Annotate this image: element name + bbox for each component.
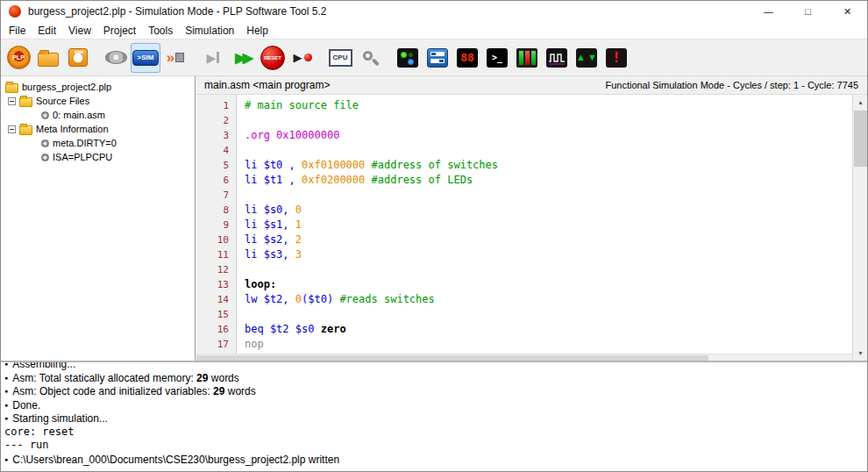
uart-terminal-icon: >_ (487, 48, 508, 68)
tree-main-asm[interactable]: 0: main.asm (1, 108, 195, 122)
editor-horizontal-scrollbar[interactable] (196, 354, 852, 361)
code-editor[interactable]: 1# main source file23.org 0x1000000045li… (196, 95, 852, 361)
code-line-12[interactable]: 12 (196, 262, 852, 277)
editor-vertical-scrollbar[interactable]: ▲ ▼ (852, 95, 867, 361)
gpio-arrows-icon: ▲▼ (576, 48, 597, 68)
editor-panel: main.asm <main program> Functional Simul… (196, 76, 867, 361)
menu-file[interactable]: File (3, 23, 32, 39)
line-number: 9 (196, 218, 236, 232)
led-bank-icon (516, 48, 537, 68)
run-button[interactable]: ▶▶ (228, 43, 258, 73)
scrollbar-thumb[interactable] (854, 111, 867, 167)
code-line-3[interactable]: 3.org 0x10000000 (196, 128, 852, 143)
output-console: ●Assembling...●Asm: Total statically all… (1, 361, 867, 471)
scroll-up-icon[interactable]: ▲ (853, 95, 868, 110)
interrupt-button[interactable]: ! (601, 43, 631, 73)
menu-help[interactable]: Help (240, 23, 274, 39)
line-number: 15 (196, 307, 236, 322)
code-line-15[interactable]: 15 (196, 307, 852, 322)
code-line-17[interactable]: 17nop (196, 337, 852, 352)
line-number: 3 (196, 128, 236, 143)
tree-source-files[interactable]: Source Files (1, 94, 195, 108)
menu-simulation[interactable]: Simulation (179, 23, 240, 39)
tree-item-label: 0: main.asm (53, 110, 105, 120)
gpio-button[interactable]: ▲▼ (572, 43, 601, 73)
line-number: 7 (196, 188, 236, 203)
watcher-window-button[interactable] (355, 43, 385, 73)
line-number: 4 (196, 143, 236, 158)
reset-button[interactable]: RESET (258, 43, 288, 73)
expander-icon[interactable] (8, 97, 16, 105)
tree-meta-information[interactable]: Meta Information (1, 122, 195, 136)
app-icon (9, 5, 21, 18)
run-continuous-button[interactable]: ▶ (288, 43, 317, 73)
scroll-down-icon[interactable]: ▼ (853, 346, 868, 361)
code-line-5[interactable]: 5li $t0 , 0xf0100000 #address of switche… (196, 158, 852, 173)
line-number: 5 (196, 158, 236, 173)
switches-button[interactable] (423, 43, 452, 73)
code-text (236, 262, 245, 277)
code-line-6[interactable]: 6li $t1 , 0xf0200000 #address of LEDs (196, 173, 852, 188)
code-text: nop (236, 337, 264, 352)
folder-icon (5, 83, 18, 93)
output-line: ●C:\Users\brean_000\Documents\CSE230\bur… (4, 453, 864, 467)
line-number: 13 (196, 277, 236, 292)
step-icon: ▶ (207, 52, 220, 64)
window-title: burgess_project2.plp - Simulation Mode -… (28, 5, 326, 18)
title-bar[interactable]: burgess_project2.plp - Simulation Mode -… (1, 1, 867, 22)
code-line-10[interactable]: 10li $s2, 2 (196, 232, 852, 247)
save-project-button[interactable] (63, 43, 93, 73)
magnifier-icon (360, 48, 380, 68)
assemble-button[interactable] (101, 43, 131, 73)
code-line-1[interactable]: 1# main source file (196, 98, 852, 113)
code-line-11[interactable]: 11li $s3, 3 (196, 247, 852, 262)
code-line-4[interactable]: 4 (196, 143, 852, 158)
plp-window: burgess_project2.plp - Simulation Mode -… (0, 0, 868, 472)
program-board-button[interactable]: » (160, 43, 190, 73)
expander-icon[interactable] (8, 125, 16, 133)
led-array-button[interactable] (393, 43, 423, 73)
close-button[interactable]: ✕ (828, 1, 867, 22)
menu-project[interactable]: Project (97, 23, 142, 39)
switches-icon (427, 48, 448, 68)
tree-isa[interactable]: ISA=PLPCPU (1, 150, 195, 164)
hscrollbar-thumb[interactable] (196, 355, 708, 361)
gear-icon (41, 111, 49, 119)
menu-view[interactable]: View (62, 23, 97, 39)
line-number: 6 (196, 173, 236, 188)
code-text: li $s0, 0 (236, 203, 302, 218)
minimize-button[interactable]: — (749, 1, 788, 22)
code-line-9[interactable]: 9li $s1, 1 (196, 218, 852, 232)
tree-item-label: meta.DIRTY=0 (53, 138, 117, 148)
tree-root-project[interactable]: burgess_project2.plp (1, 80, 195, 94)
code-text: li $s2, 2 (236, 232, 302, 247)
menu-tools[interactable]: Tools (142, 23, 179, 39)
plp-menu-button[interactable]: PLP (4, 43, 33, 73)
code-line-13[interactable]: 13loop: (196, 277, 852, 292)
simulate-button[interactable]: >SIM (131, 43, 160, 73)
seven-segment-icon: 88 (457, 48, 478, 68)
code-line-16[interactable]: 16beq $t2 $s0 zero (196, 322, 852, 337)
logic-analyzer-button[interactable] (542, 43, 572, 73)
maximize-button[interactable]: □ (788, 1, 828, 22)
seven-segment-button[interactable]: 88 (452, 43, 482, 73)
code-line-2[interactable]: 2 (196, 113, 852, 128)
code-text (236, 188, 245, 203)
code-text: beq $t2 $s0 zero (236, 322, 346, 337)
line-number: 2 (196, 113, 236, 128)
led-bank-button[interactable] (512, 43, 542, 73)
tree-item-label: Meta Information (36, 124, 109, 134)
code-line-7[interactable]: 7 (196, 188, 852, 203)
code-text: li $t0 , 0xf0100000 #address of switches (236, 158, 498, 173)
code-line-8[interactable]: 8li $s0, 0 (196, 203, 852, 218)
tree-meta-dirty[interactable]: meta.DIRTY=0 (1, 136, 195, 150)
open-project-button[interactable] (33, 43, 63, 73)
code-line-14[interactable]: 14lw $t2, 0($t0) #reads switches (196, 292, 852, 307)
step-button[interactable]: ▶ (198, 43, 228, 73)
line-number: 16 (196, 322, 236, 337)
uart-terminal-button[interactable]: >_ (482, 43, 512, 73)
save-icon (68, 48, 88, 67)
plp-logo-icon: PLP (7, 46, 31, 69)
cpu-view-button[interactable]: CPU (325, 43, 355, 73)
menu-edit[interactable]: Edit (32, 23, 62, 39)
